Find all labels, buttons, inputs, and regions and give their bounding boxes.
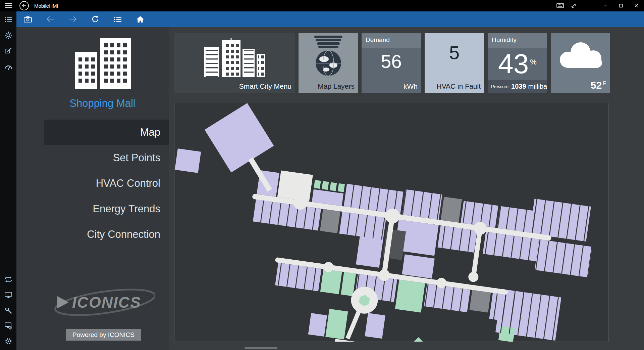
demand-value: 56 bbox=[362, 50, 421, 72]
touch-keyboard-icon bbox=[556, 3, 564, 8]
tile-label: HVAC in Fault bbox=[437, 82, 481, 90]
edit-panel-icon bbox=[5, 47, 12, 55]
list-button[interactable] bbox=[4, 15, 12, 24]
titlebar-back-icon bbox=[19, 1, 29, 11]
sidebar-item-set-points[interactable]: Set Points bbox=[16, 145, 169, 171]
city-buildings-icon bbox=[66, 36, 140, 90]
sidebar-item-label: HVAC Control bbox=[96, 177, 160, 189]
close-icon bbox=[634, 4, 638, 8]
pressure-band: Pressure 1039 millibars bbox=[488, 80, 547, 93]
gauge-button[interactable] bbox=[4, 63, 12, 71]
hvac-fault-count: 5 bbox=[425, 42, 484, 63]
tile-demand[interactable]: Demand 56 kWh bbox=[362, 33, 421, 93]
left-icon-rail bbox=[0, 11, 16, 350]
humidity-value: 43 bbox=[498, 48, 529, 79]
tile-map-layers[interactable]: Map Layers bbox=[299, 33, 358, 93]
refresh-icon bbox=[91, 15, 99, 23]
iconics-logo: ICONICS bbox=[16, 286, 169, 318]
horizontal-scrollbar-thumb[interactable] bbox=[245, 347, 277, 349]
tile-header: Demand bbox=[362, 33, 421, 48]
repeat-button[interactable] bbox=[4, 275, 12, 283]
settings-button[interactable] bbox=[4, 337, 12, 345]
powered-by-label: Powered by ICONICS bbox=[66, 329, 141, 341]
edit-panel-button[interactable] bbox=[4, 47, 12, 55]
titlebar: MobileHMI bbox=[0, 0, 644, 11]
monitor-settings-icon bbox=[5, 322, 12, 330]
brightness-icon bbox=[4, 31, 12, 39]
wrench-icon bbox=[5, 307, 12, 314]
hamburger-menu-icon[interactable] bbox=[0, 0, 16, 11]
nav-back-button[interactable] bbox=[39, 11, 61, 27]
settings-icon bbox=[5, 338, 12, 345]
site-icon bbox=[16, 36, 169, 90]
titlebar-right bbox=[553, 0, 644, 11]
home-icon bbox=[136, 16, 144, 23]
iconics-logo-text: ICONICS bbox=[72, 294, 141, 311]
sidebar-item-label: City Connection bbox=[87, 228, 160, 240]
tag-list-button[interactable] bbox=[106, 11, 129, 27]
humidity-unit: % bbox=[530, 58, 537, 67]
sidebar-item-label: Set Points bbox=[113, 152, 160, 164]
tile-header: Humidity bbox=[488, 33, 547, 48]
nav-forward-icon bbox=[68, 16, 77, 23]
tile-smart-city-menu[interactable]: Smart City Menu bbox=[174, 33, 295, 93]
titlebar-back-button[interactable] bbox=[19, 0, 30, 11]
pressure-label: Pressure bbox=[491, 84, 508, 89]
sidebar-item-label: Energy Trends bbox=[93, 203, 160, 215]
pressure-value: 1039 bbox=[511, 83, 526, 90]
sidebar-menu: Map Set Points HVAC Control Energy Trend… bbox=[16, 120, 169, 247]
wrench-button[interactable] bbox=[4, 306, 12, 314]
mobilehmi-window: MobileHMI bbox=[0, 0, 644, 350]
sidebar: Shopping Mall Map Set Points HVAC Contro… bbox=[16, 27, 169, 350]
brightness-button[interactable] bbox=[4, 31, 12, 39]
list-icon bbox=[5, 16, 12, 23]
demand-unit: kWh bbox=[404, 82, 418, 90]
tile-label: Map Layers bbox=[318, 82, 355, 90]
monitor-settings-button[interactable] bbox=[4, 322, 12, 330]
smart-city-icon bbox=[201, 38, 268, 77]
maximize-button[interactable] bbox=[613, 0, 629, 11]
sidebar-item-city-connection[interactable]: City Connection bbox=[16, 222, 169, 247]
tag-list-icon bbox=[114, 16, 122, 23]
navigation-toolbar bbox=[16, 11, 644, 27]
refresh-button[interactable] bbox=[84, 11, 106, 27]
app-title: MobileHMI bbox=[34, 3, 58, 9]
fullscreen-icon bbox=[571, 3, 577, 9]
temperature-group: 52 F bbox=[591, 80, 606, 91]
home-button[interactable] bbox=[129, 11, 151, 27]
gauge-icon bbox=[4, 64, 12, 70]
pressure-unit: millibars bbox=[528, 83, 547, 90]
rail-top-icons bbox=[0, 15, 16, 71]
close-button[interactable] bbox=[629, 0, 644, 11]
tile-weather[interactable]: 52 F bbox=[551, 33, 610, 93]
sidebar-item-energy-trends[interactable]: Energy Trends bbox=[16, 196, 169, 222]
touch-keyboard-button[interactable] bbox=[553, 0, 567, 11]
sidebar-item-hvac-control[interactable]: HVAC Control bbox=[16, 171, 169, 196]
sidebar-item-label: Map bbox=[140, 126, 160, 138]
repeat-icon bbox=[4, 276, 12, 283]
tile-hvac-fault[interactable]: 5 HVAC in Fault bbox=[425, 33, 484, 93]
camera-icon bbox=[24, 16, 32, 23]
dashboard-tiles: Smart City Menu bbox=[174, 33, 610, 93]
camera-button[interactable] bbox=[16, 11, 39, 27]
nav-back-icon bbox=[46, 16, 55, 23]
monitor-button[interactable] bbox=[4, 291, 12, 299]
tile-humidity[interactable]: Humidity 43 % Pressure 1039 millibars bbox=[488, 33, 547, 93]
minimize-button[interactable] bbox=[598, 0, 613, 11]
titlebar-spacer bbox=[580, 0, 598, 11]
humidity-value-group: 43 % bbox=[488, 48, 547, 79]
minimize-icon bbox=[603, 4, 607, 8]
nav-forward-button[interactable] bbox=[61, 11, 84, 27]
mall-floor-plan[interactable] bbox=[174, 103, 608, 342]
tile-label: Smart City Menu bbox=[239, 82, 291, 90]
maximize-icon bbox=[619, 4, 623, 8]
monitor-icon bbox=[5, 292, 12, 298]
mall-map-panel[interactable] bbox=[174, 103, 608, 342]
cloud-icon bbox=[554, 38, 607, 73]
temperature-value: 52 bbox=[591, 80, 602, 91]
sidebar-item-map[interactable]: Map bbox=[44, 120, 169, 145]
globe-layers-icon bbox=[307, 35, 350, 78]
rail-bottom-icons bbox=[0, 275, 16, 345]
temperature-unit: F bbox=[603, 81, 606, 87]
fullscreen-button[interactable] bbox=[567, 0, 580, 11]
